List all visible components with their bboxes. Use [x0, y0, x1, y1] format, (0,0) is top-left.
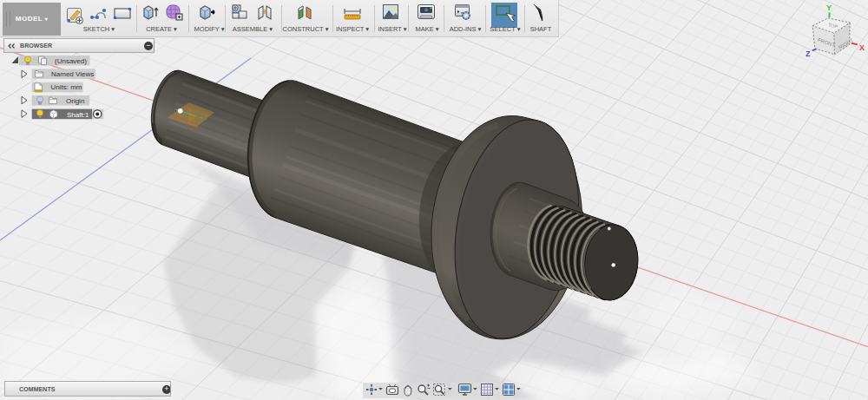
svg-text:Y: Y [826, 3, 832, 12]
svg-text:(Unsaved): (Unsaved) [55, 57, 87, 65]
svg-text:Units: mm: Units: mm [51, 83, 82, 91]
svg-text:Origin: Origin [66, 97, 84, 105]
svg-text:Z: Z [806, 49, 811, 58]
svg-text:Shaft:1: Shaft:1 [67, 111, 89, 119]
svg-text:X: X [859, 43, 865, 52]
svg-text:Named Views: Named Views [51, 70, 94, 78]
